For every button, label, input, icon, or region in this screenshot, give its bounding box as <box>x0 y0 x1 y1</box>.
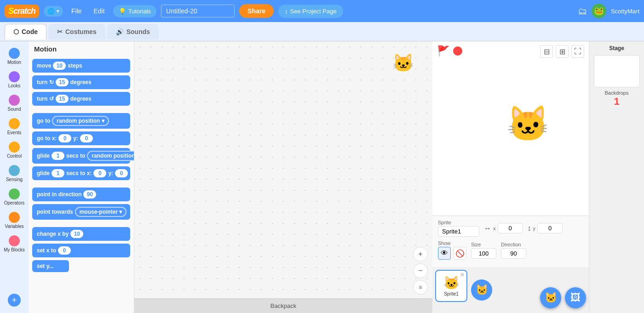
main-layout: Motion Looks Sound Events Control Sensin… <box>0 41 644 313</box>
cat-sprite-small: 🐱 <box>392 53 414 73</box>
block-move[interactable]: move 10 steps <box>32 59 130 73</box>
zoom-fit-button[interactable]: ≡ <box>413 280 428 295</box>
stage-medium-btn[interactable]: ⊞ <box>556 45 569 58</box>
sprites-area: ✕ 🐱 Sprite1 🐱 🐱 🖼 <box>432 267 589 313</box>
show-visible-btn[interactable]: 👁 <box>438 247 451 260</box>
sidebar-item-events[interactable]: Events <box>0 115 29 138</box>
tab-bar: ⬡ Code ✂ Costumes 🔊 Sounds <box>0 22 644 41</box>
block-goto[interactable]: go to random position ▾ <box>32 113 130 129</box>
share-button[interactable]: Share <box>239 4 274 18</box>
stage-icons: ⊟ ⊞ ⛶ <box>540 45 584 58</box>
sidebar-item-sensing[interactable]: Sensing <box>0 162 29 185</box>
sprite-name-input[interactable] <box>438 226 479 237</box>
sidebar-item-looks[interactable]: Looks <box>0 68 29 91</box>
x-input[interactable] <box>498 223 523 233</box>
file-menu[interactable]: File <box>68 6 86 17</box>
stage-fullscreen-btn[interactable]: ⛶ <box>571 45 584 58</box>
show-hidden-btn[interactable]: 🚫 <box>454 247 466 260</box>
x-arrow-icon: ↔ <box>484 224 491 233</box>
stage-cat-sprite: 🐱 <box>506 103 550 144</box>
user-avatar[interactable]: 🐸 <box>592 4 606 18</box>
stage-canvas: 🚩 ⊟ ⊞ ⛶ 🐱 <box>432 41 589 216</box>
block-turn-ccw[interactable]: turn ↺ 15 degrees <box>32 92 130 106</box>
folder-icon[interactable]: 🗂 <box>578 6 587 17</box>
right-panel: 🚩 ⊟ ⊞ ⛶ 🐱 Sprite <box>432 41 644 313</box>
block-point-towards[interactable]: point towards mouse-pointer ▾ <box>32 204 130 220</box>
sidebar: Motion Looks Sound Events Control Sensin… <box>0 41 29 313</box>
sidebar-item-extensions[interactable]: + <box>0 291 29 309</box>
stop-button[interactable] <box>453 46 462 56</box>
block-partial[interactable]: set y... <box>32 260 69 272</box>
sprite-thumb-sprite1[interactable]: ✕ 🐱 Sprite1 <box>435 270 467 302</box>
edit-menu[interactable]: Edit <box>90 6 109 17</box>
sidebar-item-control[interactable]: Control <box>0 139 29 161</box>
sidebar-item-myblocks[interactable]: My Blocks <box>0 233 29 255</box>
tab-sounds[interactable]: 🔊 Sounds <box>107 24 159 40</box>
scripts-controls: + − ≡ <box>413 247 428 295</box>
size-input[interactable] <box>471 248 496 259</box>
sidebar-item-variables[interactable]: Variables <box>0 209 29 232</box>
scratch-logo[interactable]: Scratch <box>5 5 39 18</box>
sync-icon: ↕ <box>285 8 288 15</box>
block-set-x[interactable]: set x to 0 <box>32 244 130 257</box>
sidebar-item-operators[interactable]: Operators <box>0 186 29 208</box>
block-point-direction[interactable]: point in direction 90 <box>32 188 130 201</box>
block-goto-xy[interactable]: go to x: 0 y: 0 <box>32 131 130 145</box>
backpack-bar[interactable]: Backpack <box>134 298 432 313</box>
stage-small-btn[interactable]: ⊟ <box>540 45 553 58</box>
green-flag-button[interactable]: 🚩 <box>437 45 449 57</box>
stage-label: Stage <box>609 45 624 51</box>
sidebar-item-motion[interactable]: Motion <box>0 45 29 68</box>
backdrops-label: Backdrops <box>605 90 629 96</box>
add-backdrop-fab[interactable]: 🖼 <box>565 287 586 308</box>
stage-section: 🚩 ⊟ ⊞ ⛶ 🐱 Sprite <box>432 41 644 313</box>
block-glide-random[interactable]: glide 1 secs to random position ▾ <box>32 148 130 164</box>
top-nav: Scratch 🌐 ▾ File Edit 💡 Tutorials Share … <box>0 0 644 22</box>
stage-backdrop-thumb[interactable] <box>594 55 640 87</box>
add-sprite-button[interactable]: 🐱 <box>471 279 492 301</box>
direction-input[interactable] <box>501 248 526 259</box>
block-change-x[interactable]: change x by 10 <box>32 227 130 241</box>
zoom-in-button[interactable]: + <box>413 247 428 262</box>
tab-code[interactable]: ⬡ Code <box>5 24 46 40</box>
tab-costumes[interactable]: ✂ Costumes <box>48 24 105 40</box>
backdrops-count: 1 <box>614 96 619 108</box>
block-turn-cw[interactable]: turn ↻ 15 degrees <box>32 75 130 89</box>
blocks-panel-title: Motion <box>32 45 130 53</box>
y-input[interactable] <box>537 223 563 233</box>
sprite-delete-icon[interactable]: ✕ <box>460 272 465 278</box>
code-icon: ⬡ <box>13 28 19 35</box>
see-project-button[interactable]: ↕ See Project Page <box>278 5 343 18</box>
speaker-icon: 🔊 <box>116 28 124 35</box>
scissors-icon: ✂ <box>57 28 63 35</box>
y-arrow-icon: ↕ <box>528 224 531 233</box>
sprite-add-area: 🐱 <box>471 270 492 310</box>
globe-menu[interactable]: 🌐 ▾ <box>44 6 63 17</box>
block-glide-xy[interactable]: glide 1 secs to x: 0 y: 0 <box>32 166 130 180</box>
lightbulb-icon: 💡 <box>119 8 126 15</box>
tutorials-btn[interactable]: 💡 Tutorials <box>113 5 156 17</box>
backpack-label: Backpack <box>270 302 296 309</box>
zoom-out-button[interactable]: − <box>413 263 428 278</box>
sprite-info: Sprite ↔ x ↕ y <box>432 216 589 267</box>
stage-main: 🚩 ⊟ ⊞ ⛶ 🐱 Sprite <box>432 41 589 313</box>
add-sprite-fab[interactable]: 🐱 <box>540 287 561 308</box>
sidebar-item-sound[interactable]: Sound <box>0 92 29 114</box>
stage-right-panel: Stage Backdrops 1 <box>589 41 644 313</box>
scripts-area[interactable]: 🐱 + − ≡ Backpack <box>134 41 432 313</box>
blocks-panel: Motion move 10 steps turn ↻ 15 degrees t… <box>29 41 134 313</box>
user-name[interactable]: ScottyMart <box>611 8 639 15</box>
project-name-input[interactable] <box>161 5 235 17</box>
